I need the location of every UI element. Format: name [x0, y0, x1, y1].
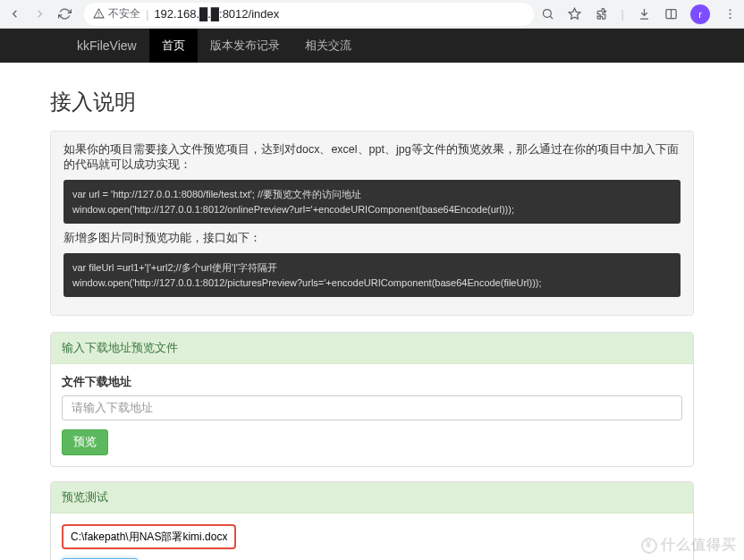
back-button[interactable] [7, 7, 21, 21]
nav-home[interactable]: 首页 [149, 29, 198, 63]
svg-point-9 [729, 17, 731, 19]
watermark: 什么值得买 [641, 536, 737, 555]
code-block-1: var url = 'http://127.0.0.1:8080/file/te… [63, 180, 681, 224]
preview-button[interactable]: 预览 [62, 429, 108, 455]
preview-test-heading: 预览测试 [51, 482, 693, 513]
svg-point-1 [98, 16, 99, 17]
download-url-input[interactable] [62, 395, 682, 420]
brand[interactable]: kkFileView [64, 29, 149, 63]
instructions-well: 如果你的项目需要接入文件预览项目，达到对docx、excel、ppt、jpg等文… [50, 131, 694, 316]
instructions-intro: 如果你的项目需要接入文件预览项目，达到对docx、excel、ppt、jpg等文… [63, 142, 681, 173]
code-block-2: var fileUrl =url1+'|'+url2;//多个url使用'|'字… [63, 253, 681, 297]
bookmark-icon[interactable] [568, 7, 582, 21]
forward-button[interactable] [32, 7, 46, 21]
reload-button[interactable] [57, 7, 72, 21]
insecure-label: 不安全 [108, 6, 140, 21]
preview-url-panel: 输入下载地址预览文件 文件下载地址 预览 [50, 332, 694, 467]
svg-point-2 [544, 10, 552, 18]
extensions-icon[interactable] [595, 7, 609, 21]
download-url-label: 文件下载地址 [62, 375, 682, 390]
address-bar[interactable]: 不安全 | 192.168.█.█:8012/index [84, 3, 534, 26]
insecure-icon: 不安全 [93, 6, 140, 21]
svg-point-8 [729, 13, 731, 15]
browser-toolbar: 不安全 | 192.168.█.█:8012/index | r [0, 0, 744, 29]
preview-url-heading: 输入下载地址预览文件 [51, 333, 693, 364]
menu-icon[interactable] [723, 7, 737, 21]
nav-releases[interactable]: 版本发布记录 [198, 29, 292, 63]
instructions-multi-label: 新增多图片同时预览功能，接口如下： [63, 231, 681, 246]
profile-avatar[interactable]: r [690, 4, 710, 24]
download-icon[interactable] [637, 7, 651, 21]
svg-point-7 [729, 9, 731, 11]
zoom-icon[interactable] [541, 7, 555, 21]
panel-icon[interactable] [664, 7, 678, 21]
app-navbar: kkFileView 首页 版本发布记录 相关交流 [0, 29, 744, 63]
main-content: 接入说明 如果你的项目需要接入文件预览项目，达到对docx、excel、ppt、… [50, 63, 694, 560]
filepath-display[interactable] [62, 524, 236, 549]
svg-line-3 [550, 16, 553, 19]
watermark-icon [641, 538, 657, 554]
preview-test-panel: 预览测试 选择文件 上 传 ➚ 文件名 操作 No matching recor… [50, 481, 694, 560]
url-text: 192.168.█.█:8012/index [154, 7, 279, 21]
page-title: 接入说明 [50, 88, 694, 116]
svg-marker-4 [569, 8, 580, 19]
nav-contact[interactable]: 相关交流 [292, 29, 364, 63]
